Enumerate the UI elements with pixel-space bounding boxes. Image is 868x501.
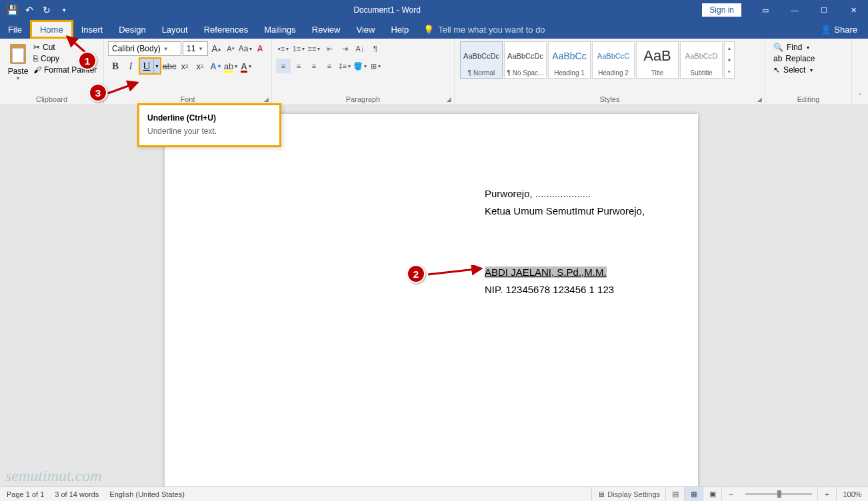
increase-indent-button[interactable]: ⇥ — [337, 41, 352, 56]
page-indicator[interactable]: Page 1 of 1 — [7, 490, 44, 498]
redo-icon[interactable]: ↻ — [39, 2, 55, 18]
zoom-out-button[interactable]: − — [721, 487, 740, 502]
style-no-spacing[interactable]: AaBbCcDc ¶ No Spac... — [504, 41, 547, 79]
search-icon: 🔍 — [773, 43, 783, 52]
zoom-in-button[interactable]: + — [817, 487, 836, 502]
grow-font-button[interactable]: A▴ — [209, 41, 223, 56]
zoom-slider[interactable] — [745, 493, 812, 495]
font-color-button[interactable]: A▾ — [239, 59, 253, 73]
web-layout-button[interactable]: ▣ — [703, 487, 721, 502]
clear-formatting-button[interactable]: A̷ — [253, 41, 267, 56]
bold-button[interactable]: B — [108, 59, 123, 73]
menu-review[interactable]: Review — [304, 20, 349, 39]
shading-button[interactable]: 🪣▾ — [353, 59, 367, 73]
print-layout-button[interactable]: ▦ — [684, 487, 703, 502]
title-bar: 💾 ↶ ↻ ▾ Document1 - Word Sign in ▭ — ☐ ✕ — [0, 0, 868, 20]
svg-line-1 — [428, 268, 481, 274]
font-dialog-launcher[interactable]: ◢ — [264, 96, 269, 103]
bullets-button[interactable]: •≡▾ — [276, 41, 291, 56]
read-mode-button[interactable]: ▤ — [665, 487, 684, 502]
annotation-marker-3: 3 — [89, 83, 107, 102]
underline-tooltip: Underline (Ctrl+U) Underline your text. — [137, 103, 281, 147]
change-case-button[interactable]: Aa▾ — [239, 41, 252, 56]
style-title[interactable]: AaB Title — [636, 41, 679, 79]
find-button[interactable]: 🔍Find▾ — [773, 43, 815, 52]
menu-help[interactable]: Help — [383, 20, 417, 39]
italic-button[interactable]: I — [123, 59, 138, 73]
paste-button[interactable]: Paste ▼ — [4, 41, 32, 95]
menu-layout[interactable]: Layout — [154, 20, 196, 39]
align-left-button[interactable]: ≡ — [276, 59, 291, 73]
font-name-combo[interactable]: Calibri (Body)▼ — [108, 41, 181, 56]
undo-icon[interactable]: ↶ — [21, 2, 37, 18]
borders-button[interactable]: ⊞▾ — [368, 59, 383, 73]
close-button[interactable]: ✕ — [839, 0, 868, 20]
doc-line-1[interactable]: Purworejo, .................... — [485, 186, 645, 202]
document-canvas[interactable]: Purworejo, .................... Ketua Um… — [0, 105, 868, 486]
highlight-button[interactable]: ab▾ — [223, 59, 238, 73]
shrink-font-button[interactable]: A▾ — [224, 41, 237, 56]
align-right-button[interactable]: ≡ — [307, 59, 321, 73]
annotation-marker-2: 2 — [407, 264, 425, 283]
save-icon[interactable]: 💾 — [4, 2, 20, 18]
line-spacing-button[interactable]: ‡≡▾ — [337, 59, 352, 73]
doc-line-2[interactable]: Ketua Umum SemutImut Purworejo, — [485, 203, 645, 219]
document-body[interactable]: Purworejo, .................... Ketua Um… — [485, 186, 645, 299]
multilevel-list-button[interactable]: ≡≡▾ — [307, 41, 321, 56]
menu-file[interactable]: File — [0, 20, 30, 39]
share-label: Share — [834, 25, 857, 35]
status-bar: Page 1 of 1 3 of 14 words English (Unite… — [0, 486, 868, 501]
underline-button[interactable]: U ▼ — [139, 57, 161, 75]
doc-line-4[interactable]: NIP. 12345678 123456 1 123 — [485, 282, 645, 298]
tell-me-placeholder: Tell me what you want to do — [438, 25, 545, 35]
word-count[interactable]: 3 of 14 words — [55, 490, 99, 498]
styles-dialog-launcher[interactable]: ◢ — [757, 96, 762, 103]
minimize-button[interactable]: — — [780, 0, 809, 20]
document-page[interactable]: Purworejo, .................... Ketua Um… — [165, 114, 698, 486]
annotation-marker-1: 1 — [78, 51, 97, 70]
menu-bar: File Home Insert Design Layout Reference… — [0, 20, 868, 39]
collapse-ribbon-button[interactable]: ˄ — [852, 39, 868, 105]
sort-button[interactable]: A↓ — [353, 41, 367, 56]
numbering-button[interactable]: 1≡▾ — [291, 41, 306, 56]
tooltip-description: Underline your text. — [147, 127, 271, 136]
justify-button[interactable]: ≡ — [322, 59, 337, 73]
decrease-indent-button[interactable]: ⇤ — [322, 41, 337, 56]
group-styles: AaBbCcDc ¶ Normal AaBbCcDc ¶ No Spac... … — [455, 39, 765, 105]
maximize-button[interactable]: ☐ — [809, 0, 839, 20]
display-settings-button[interactable]: 🖥 Display Settings — [591, 487, 665, 502]
menu-view[interactable]: View — [348, 20, 383, 39]
style-subtitle[interactable]: AaBbCcD Subtitle — [680, 41, 723, 79]
underline-icon: U — [140, 59, 153, 73]
signin-button[interactable]: Sign in — [702, 3, 741, 17]
doc-line-3[interactable]: ABDI JAELANI, S.Pd.,M.M. — [485, 264, 645, 280]
menu-mailings[interactable]: Mailings — [256, 20, 304, 39]
share-button[interactable]: 👤 Share — [821, 25, 857, 35]
underline-dropdown[interactable]: ▼ — [153, 59, 160, 73]
styles-scroll[interactable]: ▲▼▾ — [724, 41, 735, 79]
replace-button[interactable]: abReplace — [773, 54, 815, 63]
svg-line-2 — [108, 83, 137, 93]
font-size-combo[interactable]: 11▼ — [183, 41, 208, 56]
style-heading2[interactable]: AaBbCcC Heading 2 — [592, 41, 635, 79]
tell-me-search[interactable]: 💡 Tell me what you want to do — [423, 25, 545, 35]
style-normal[interactable]: AaBbCcDc ¶ Normal — [460, 41, 503, 79]
subscript-button[interactable]: x2 — [177, 59, 192, 73]
cursor-icon: ↖ — [773, 65, 780, 75]
selected-text[interactable]: ABDI JAELANI, S.Pd.,M.M. — [485, 266, 607, 278]
ribbon-display-options-icon[interactable]: ▭ — [751, 0, 780, 20]
qat-dropdown-icon[interactable]: ▾ — [56, 2, 72, 18]
language-indicator[interactable]: English (United States) — [109, 490, 185, 498]
align-center-button[interactable]: ≡ — [291, 59, 306, 73]
style-heading1[interactable]: AaBbCc Heading 1 — [548, 41, 591, 79]
show-hide-button[interactable]: ¶ — [368, 41, 383, 56]
paste-icon — [8, 43, 28, 65]
text-effects-button[interactable]: A▾ — [208, 59, 223, 73]
superscript-button[interactable]: x2 — [193, 59, 207, 73]
menu-design[interactable]: Design — [111, 20, 153, 39]
paragraph-dialog-launcher[interactable]: ◢ — [447, 96, 451, 103]
select-button[interactable]: ↖Select▾ — [773, 65, 815, 75]
strikethrough-button[interactable]: abc — [162, 59, 177, 73]
zoom-level[interactable]: 100% — [836, 487, 868, 502]
menu-references[interactable]: References — [196, 20, 256, 39]
